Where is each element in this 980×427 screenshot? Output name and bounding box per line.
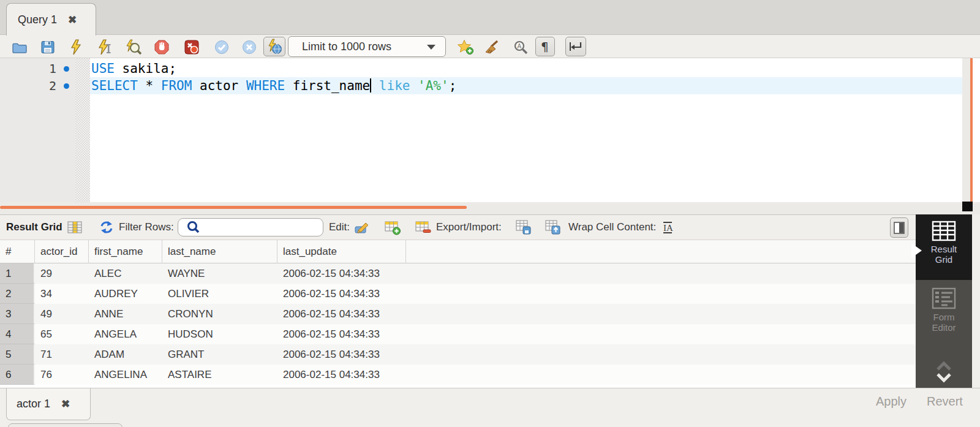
- export-icon[interactable]: [515, 215, 532, 240]
- statement-marker-icon: [64, 83, 69, 89]
- table-row[interactable]: 349ANNECRONYN2006-02-15 04:34:33: [0, 304, 916, 324]
- sql-line-2[interactable]: SELECT * FROM actor WHERE first_name lik…: [90, 77, 962, 94]
- close-icon[interactable]: ✖: [68, 13, 77, 26]
- table-row[interactable]: 129ALECWAYNE2006-02-15 04:34:33: [0, 263, 916, 284]
- tab-query-1[interactable]: Query 1 ✖: [6, 3, 96, 36]
- execute-current-icon[interactable]: [96, 39, 113, 55]
- result-grid[interactable]: #actor_idfirst_namelast_namelast_update …: [0, 240, 916, 388]
- filter-rows-label: Filter Rows:: [119, 221, 174, 233]
- sql-code-area[interactable]: USE sakila;SELECT * FROM actor WHERE fir…: [90, 58, 962, 202]
- line-number: 1: [0, 60, 75, 77]
- open-script-icon[interactable]: [11, 39, 28, 55]
- cell-last_name: GRANT: [162, 344, 277, 365]
- cell-last_name: HUDSON: [162, 324, 277, 344]
- explain-icon[interactable]: [125, 39, 141, 55]
- edit-pencil-icon[interactable]: [354, 215, 371, 240]
- search-icon: [186, 219, 202, 235]
- edit-label: Edit:: [329, 221, 350, 233]
- cell-first_name: ANGELA: [89, 324, 162, 344]
- wrap-content-icon[interactable]: IA: [662, 215, 675, 240]
- row-number[interactable]: 6: [0, 365, 35, 385]
- stop-icon[interactable]: [153, 39, 170, 55]
- delete-row-icon[interactable]: [415, 215, 432, 240]
- cell-first_name: ALEC: [89, 263, 162, 284]
- scrollbar-corner: [962, 202, 973, 211]
- limit-rows-dropdown[interactable]: Limit to 1000 rows: [288, 36, 446, 57]
- row-number[interactable]: 5: [0, 344, 35, 365]
- find-icon[interactable]: A: [512, 39, 529, 55]
- editor-scroll-marker: [970, 58, 973, 202]
- column-header-actor_id[interactable]: actor_id: [35, 240, 89, 263]
- column-header-rownum[interactable]: #: [0, 240, 35, 263]
- cell-last_name: CRONYN: [162, 304, 277, 324]
- svg-text:¶: ¶: [541, 39, 549, 54]
- editor-horizontal-scrollbar[interactable]: [0, 206, 467, 209]
- cell-last_name: WAYNE: [162, 263, 277, 284]
- statement-marker-icon: [64, 66, 69, 72]
- beautify-icon[interactable]: [483, 39, 500, 55]
- snippet-star-icon[interactable]: [457, 39, 473, 55]
- bottom-tab-bar: actor 1 ✖ Apply Revert: [0, 388, 980, 427]
- cell-last_update: 2006-02-15 04:34:33: [277, 284, 406, 304]
- cell-last_update: 2006-02-15 04:34:33: [277, 344, 406, 365]
- invisibles-icon[interactable]: ¶: [535, 37, 555, 56]
- cell-last_update: 2006-02-15 04:34:33: [277, 365, 406, 385]
- filter-rows-text: [206, 222, 317, 233]
- column-header-last_update[interactable]: last_update: [277, 240, 406, 263]
- sql-editor[interactable]: 12 USE sakila;SELECT * FROM actor WHERE …: [0, 58, 980, 202]
- refresh-icon[interactable]: [99, 215, 115, 240]
- table-row[interactable]: 234AUDREYOLIVIER2006-02-15 04:34:33: [0, 284, 916, 304]
- tab-actor-1[interactable]: actor 1 ✖: [6, 388, 91, 420]
- cell-first_name: AUDREY: [89, 284, 162, 304]
- execute-icon[interactable]: [67, 39, 84, 55]
- autocommit-icon[interactable]: [263, 37, 285, 56]
- chevron-down-icon[interactable]: [935, 372, 953, 383]
- grid-icon: [67, 215, 83, 240]
- save-script-icon[interactable]: [39, 39, 56, 55]
- cell-last_update: 2006-02-15 04:34:33: [277, 263, 406, 284]
- cell-actor_id: 71: [35, 344, 89, 365]
- cell-actor_id: 65: [35, 324, 89, 344]
- table-row[interactable]: 571ADAMGRANT2006-02-15 04:34:33: [0, 344, 916, 365]
- cell-actor_id: 34: [35, 284, 89, 304]
- next-panel-edge: [8, 423, 123, 427]
- row-number[interactable]: 4: [0, 324, 35, 344]
- panel-splitter[interactable]: [0, 202, 980, 214]
- form-editor-icon: [932, 287, 956, 309]
- filter-rows-input[interactable]: [178, 218, 323, 236]
- revert-button[interactable]: Revert: [927, 395, 963, 409]
- sidebar-item-result-grid[interactable]: Result Grid: [916, 214, 972, 280]
- cell-last_name: ASTAIRE: [162, 365, 277, 385]
- cell-last_update: 2006-02-15 04:34:33: [277, 324, 406, 344]
- rollback-icon[interactable]: [241, 39, 257, 55]
- import-icon[interactable]: [545, 215, 562, 240]
- row-number[interactable]: 3: [0, 304, 35, 324]
- commit-icon[interactable]: [213, 39, 230, 55]
- result-grid-icon: [932, 221, 956, 241]
- table-row[interactable]: 465ANGELAHUDSON2006-02-15 04:34:33: [0, 324, 916, 344]
- svg-text:IA: IA: [663, 223, 673, 233]
- result-panel-sidebar: Result Grid Form Editor: [916, 214, 972, 388]
- cell-last_update: 2006-02-15 04:34:33: [277, 304, 406, 324]
- table-row[interactable]: 676ANGELINAASTAIRE2006-02-15 04:34:33: [0, 365, 916, 385]
- row-number[interactable]: 1: [0, 263, 35, 284]
- cell-actor_id: 29: [35, 263, 89, 284]
- column-header-first_name[interactable]: first_name: [89, 240, 162, 263]
- sql-line-1[interactable]: USE sakila;: [90, 60, 962, 77]
- apply-button[interactable]: Apply: [876, 395, 907, 409]
- result-grid-title: Result Grid: [6, 221, 62, 233]
- export-import-label: Export/Import:: [436, 221, 502, 233]
- row-number[interactable]: 2: [0, 284, 35, 304]
- close-icon[interactable]: ✖: [61, 398, 70, 410]
- wrap-cell-content-label: Wrap Cell Content:: [568, 221, 656, 233]
- add-row-icon[interactable]: [384, 215, 401, 240]
- chevron-up-icon[interactable]: [935, 361, 953, 372]
- wrap-lines-icon[interactable]: [565, 37, 586, 56]
- cell-first_name: ANNE: [89, 304, 162, 324]
- column-header-last_name[interactable]: last_name: [162, 240, 277, 263]
- kill-query-icon[interactable]: [183, 39, 200, 55]
- sidebar-toggle-icon[interactable]: [890, 217, 908, 238]
- svg-text:A: A: [517, 43, 521, 50]
- editor-gutter: 12: [0, 58, 75, 202]
- editor-fold-strip: [75, 58, 90, 202]
